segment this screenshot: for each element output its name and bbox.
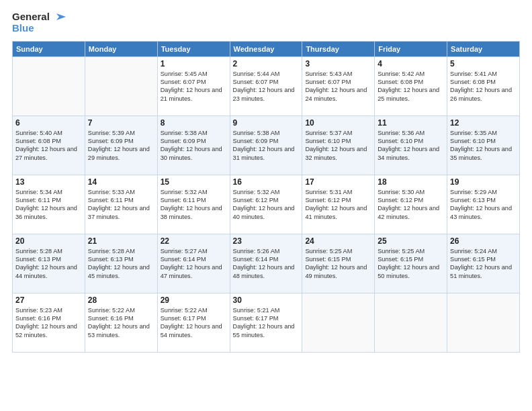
day-info: Sunrise: 5:32 AM Sunset: 6:11 PM Dayligh… (161, 188, 227, 222)
day-info: Sunrise: 5:45 AM Sunset: 6:07 PM Dayligh… (161, 70, 227, 103)
calendar-cell: 1Sunrise: 5:45 AM Sunset: 6:07 PM Daylig… (157, 56, 230, 116)
calendar-cell: 14Sunrise: 5:33 AM Sunset: 6:11 PM Dayli… (85, 175, 157, 234)
calendar-cell: 8Sunrise: 5:38 AM Sunset: 6:09 PM Daylig… (157, 116, 230, 175)
day-info: Sunrise: 5:21 AM Sunset: 6:17 PM Dayligh… (233, 306, 300, 340)
calendar-cell: 4Sunrise: 5:42 AM Sunset: 6:08 PM Daylig… (375, 56, 447, 116)
day-info: Sunrise: 5:39 AM Sunset: 6:09 PM Dayligh… (88, 129, 154, 163)
day-info: Sunrise: 5:31 AM Sunset: 6:12 PM Dayligh… (305, 188, 371, 222)
calendar-cell: 11Sunrise: 5:36 AM Sunset: 6:10 PM Dayli… (375, 116, 447, 175)
calendar-cell (85, 56, 157, 116)
day-number: 23 (233, 236, 300, 246)
day-info: Sunrise: 5:29 AM Sunset: 6:13 PM Dayligh… (450, 188, 517, 222)
calendar-cell: 28Sunrise: 5:22 AM Sunset: 6:16 PM Dayli… (85, 293, 157, 352)
calendar-cell (13, 56, 85, 116)
day-number: 12 (450, 118, 517, 128)
day-number: 2 (233, 59, 300, 68)
day-number: 24 (305, 236, 371, 246)
day-info: Sunrise: 5:43 AM Sunset: 6:07 PM Dayligh… (305, 70, 371, 103)
day-number: 15 (161, 177, 227, 187)
day-header-friday: Friday (375, 41, 447, 56)
day-info: Sunrise: 5:40 AM Sunset: 6:08 PM Dayligh… (15, 129, 82, 163)
calendar-cell (375, 293, 447, 352)
day-number: 1 (161, 59, 227, 68)
day-info: Sunrise: 5:32 AM Sunset: 6:12 PM Dayligh… (233, 188, 300, 222)
calendar-cell: 23Sunrise: 5:26 AM Sunset: 6:14 PM Dayli… (230, 234, 302, 293)
day-number: 27 (15, 295, 82, 305)
day-number: 13 (15, 177, 82, 187)
day-info: Sunrise: 5:28 AM Sunset: 6:13 PM Dayligh… (88, 247, 154, 281)
logo-graphic: General Blue (12, 11, 66, 34)
day-info: Sunrise: 5:22 AM Sunset: 6:17 PM Dayligh… (161, 306, 227, 340)
calendar-cell: 9Sunrise: 5:38 AM Sunset: 6:09 PM Daylig… (230, 116, 302, 175)
day-info: Sunrise: 5:24 AM Sunset: 6:15 PM Dayligh… (450, 247, 517, 281)
page-header: General Blue (12, 11, 520, 34)
day-info: Sunrise: 5:42 AM Sunset: 6:08 PM Dayligh… (378, 70, 444, 103)
calendar-week-5: 27Sunrise: 5:23 AM Sunset: 6:16 PM Dayli… (13, 293, 520, 352)
day-number: 28 (88, 295, 154, 305)
calendar-cell: 3Sunrise: 5:43 AM Sunset: 6:07 PM Daylig… (302, 56, 375, 116)
logo: General Blue (12, 11, 66, 34)
day-number: 25 (378, 236, 444, 246)
day-number: 21 (88, 236, 154, 246)
calendar-table: SundayMondayTuesdayWednesdayThursdayFrid… (12, 41, 520, 353)
day-header-monday: Monday (85, 41, 157, 56)
day-info: Sunrise: 5:33 AM Sunset: 6:11 PM Dayligh… (88, 188, 154, 222)
day-header-thursday: Thursday (302, 41, 375, 56)
day-number: 10 (305, 118, 371, 128)
day-info: Sunrise: 5:41 AM Sunset: 6:08 PM Dayligh… (450, 70, 517, 103)
calendar-cell: 25Sunrise: 5:25 AM Sunset: 6:15 PM Dayli… (375, 234, 447, 293)
calendar-cell: 29Sunrise: 5:22 AM Sunset: 6:17 PM Dayli… (157, 293, 230, 352)
day-number: 18 (378, 177, 444, 187)
calendar-cell: 6Sunrise: 5:40 AM Sunset: 6:08 PM Daylig… (13, 116, 85, 175)
day-info: Sunrise: 5:25 AM Sunset: 6:15 PM Dayligh… (305, 247, 371, 281)
calendar-cell: 15Sunrise: 5:32 AM Sunset: 6:11 PM Dayli… (157, 175, 230, 234)
calendar-cell: 30Sunrise: 5:21 AM Sunset: 6:17 PM Dayli… (230, 293, 302, 352)
day-info: Sunrise: 5:38 AM Sunset: 6:09 PM Dayligh… (161, 129, 227, 163)
day-header-tuesday: Tuesday (157, 41, 230, 56)
day-header-wednesday: Wednesday (230, 41, 302, 56)
day-info: Sunrise: 5:34 AM Sunset: 6:11 PM Dayligh… (15, 188, 82, 222)
day-number: 3 (305, 59, 371, 68)
day-info: Sunrise: 5:30 AM Sunset: 6:12 PM Dayligh… (378, 188, 444, 222)
bird-icon (51, 11, 66, 23)
day-number: 30 (233, 295, 300, 305)
calendar-cell: 22Sunrise: 5:27 AM Sunset: 6:14 PM Dayli… (157, 234, 230, 293)
calendar-cell (447, 293, 520, 352)
calendar-week-4: 20Sunrise: 5:28 AM Sunset: 6:13 PM Dayli… (13, 234, 520, 293)
svg-marker-0 (56, 13, 66, 20)
day-number: 5 (450, 59, 517, 68)
day-info: Sunrise: 5:27 AM Sunset: 6:14 PM Dayligh… (161, 247, 227, 281)
day-number: 26 (450, 236, 517, 246)
calendar-cell: 18Sunrise: 5:30 AM Sunset: 6:12 PM Dayli… (375, 175, 447, 234)
calendar-cell: 2Sunrise: 5:44 AM Sunset: 6:07 PM Daylig… (230, 56, 302, 116)
calendar-cell: 27Sunrise: 5:23 AM Sunset: 6:16 PM Dayli… (13, 293, 85, 352)
calendar-cell: 16Sunrise: 5:32 AM Sunset: 6:12 PM Dayli… (230, 175, 302, 234)
calendar-week-1: 1Sunrise: 5:45 AM Sunset: 6:07 PM Daylig… (13, 56, 520, 116)
calendar-cell: 19Sunrise: 5:29 AM Sunset: 6:13 PM Dayli… (447, 175, 520, 234)
day-info: Sunrise: 5:44 AM Sunset: 6:07 PM Dayligh… (233, 70, 300, 103)
day-header-saturday: Saturday (447, 41, 520, 56)
day-number: 8 (161, 118, 227, 128)
day-info: Sunrise: 5:25 AM Sunset: 6:15 PM Dayligh… (378, 247, 444, 281)
day-info: Sunrise: 5:38 AM Sunset: 6:09 PM Dayligh… (233, 129, 300, 163)
day-info: Sunrise: 5:36 AM Sunset: 6:10 PM Dayligh… (378, 129, 444, 163)
day-number: 22 (161, 236, 227, 246)
calendar-cell: 24Sunrise: 5:25 AM Sunset: 6:15 PM Dayli… (302, 234, 375, 293)
calendar-cell: 13Sunrise: 5:34 AM Sunset: 6:11 PM Dayli… (13, 175, 85, 234)
day-header-sunday: Sunday (13, 41, 85, 56)
day-number: 16 (233, 177, 300, 187)
calendar-week-2: 6Sunrise: 5:40 AM Sunset: 6:08 PM Daylig… (13, 116, 520, 175)
day-number: 19 (450, 177, 517, 187)
day-info: Sunrise: 5:28 AM Sunset: 6:13 PM Dayligh… (15, 247, 82, 281)
day-number: 20 (15, 236, 82, 246)
day-number: 29 (161, 295, 227, 305)
calendar-cell: 21Sunrise: 5:28 AM Sunset: 6:13 PM Dayli… (85, 234, 157, 293)
calendar-cell: 5Sunrise: 5:41 AM Sunset: 6:08 PM Daylig… (447, 56, 520, 116)
day-info: Sunrise: 5:22 AM Sunset: 6:16 PM Dayligh… (88, 306, 154, 340)
calendar-header-row: SundayMondayTuesdayWednesdayThursdayFrid… (13, 41, 520, 56)
day-number: 4 (378, 59, 444, 68)
day-number: 7 (88, 118, 154, 128)
day-info: Sunrise: 5:35 AM Sunset: 6:10 PM Dayligh… (450, 129, 517, 163)
calendar-cell: 26Sunrise: 5:24 AM Sunset: 6:15 PM Dayli… (447, 234, 520, 293)
calendar-cell (302, 293, 375, 352)
